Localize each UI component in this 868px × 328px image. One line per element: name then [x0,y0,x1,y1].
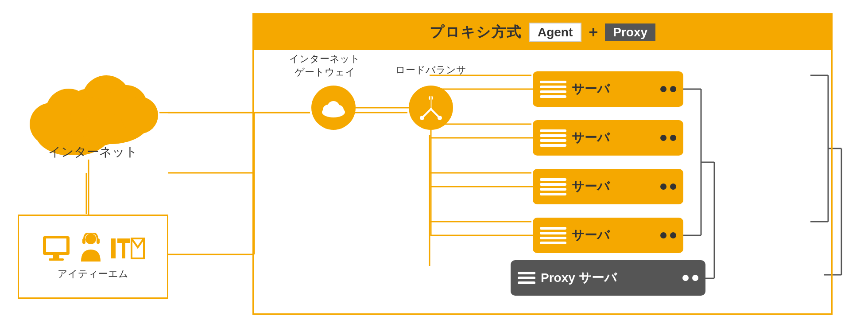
server-dots-1 [660,86,676,92]
server-label-2: サーバ [572,129,655,146]
server-dots-2 [660,135,676,141]
svg-rect-57 [82,238,85,244]
lb-label: ロードバランサ [395,63,466,77]
itm-logo-icon [110,234,146,263]
server-box-1: サーバ [533,71,683,107]
internet-cloud-group: インターネット [22,58,164,160]
svg-point-22 [420,116,424,120]
client-box: アイティーエム [18,215,168,299]
server-dots-4 [660,232,676,238]
lb-circle [409,86,453,130]
server-dots-3 [660,184,676,190]
server-box-3: サーバ [533,169,683,204]
svg-point-18 [334,105,344,115]
diagram: プロキシ方式 Agent + Proxy インターネット ゲートウェイ [0,0,868,328]
client-label: アイティーエム [58,267,128,281]
proxy-badge: Proxy [605,23,655,41]
agent-badge: Agent [529,23,581,42]
server-lines-icon-4 [540,227,566,244]
server-label-3: サーバ [572,178,655,195]
proxy-lines-icon [518,272,535,284]
svg-rect-53 [46,238,66,252]
svg-point-56 [85,234,96,244]
monitor-icon [41,234,72,263]
client-icons [41,233,146,264]
panel-title: プロキシ方式 [430,23,522,42]
svg-point-24 [429,96,433,100]
gateway-label: インターネット ゲートウェイ [289,52,360,79]
svg-point-47 [85,110,120,145]
server-lines-icon-3 [540,178,566,195]
server-label-1: サーバ [572,81,655,98]
gateway-circle [311,86,356,130]
svg-rect-59 [111,238,116,258]
svg-rect-58 [97,238,100,244]
server-label-4: サーバ [572,227,655,244]
svg-point-23 [438,116,442,120]
server-box-2: サーバ [533,120,683,156]
svg-point-42 [121,97,158,134]
server-box-4: サーバ [533,218,683,253]
support-icon [79,233,103,264]
svg-rect-61 [122,238,125,258]
right-panel: プロキシ方式 Agent + Proxy インターネット ゲートウェイ [252,13,833,315]
plus-sign: + [589,23,598,42]
panel-header: プロキシ方式 Agent + Proxy [254,15,831,50]
svg-rect-55 [49,258,64,261]
server-lines-icon-2 [540,129,566,147]
proxy-server-dots [682,275,698,281]
proxy-server-label: Proxy サーバ [541,269,677,286]
svg-rect-54 [53,255,59,258]
proxy-server-box: Proxy サーバ [511,260,705,296]
server-lines-icon-1 [540,81,566,98]
